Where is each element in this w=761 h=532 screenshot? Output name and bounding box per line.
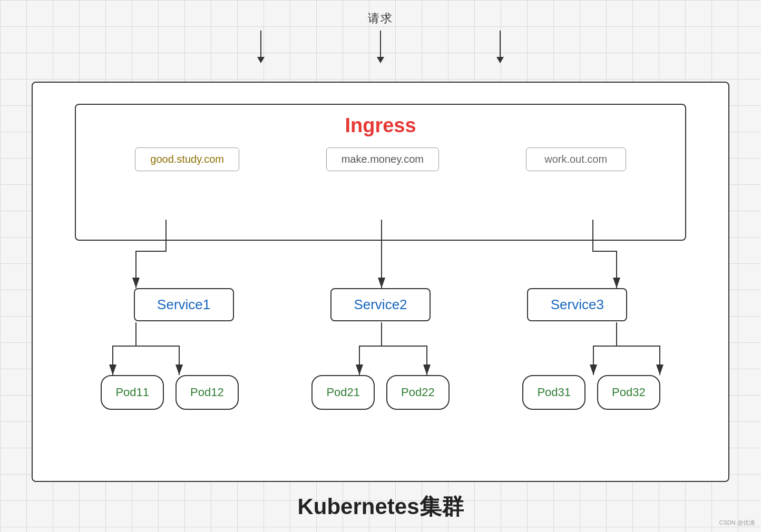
service2-box: Service2 — [330, 288, 431, 321]
request-label: 请求 — [368, 11, 393, 26]
arrow-right — [496, 31, 504, 63]
line-service2-pod21 — [359, 322, 382, 375]
pod31-box: Pod31 — [522, 375, 586, 410]
request-area: 请求 — [196, 0, 565, 63]
ingress-domains: good.study.com make.money.com work.out.c… — [76, 147, 685, 171]
pod-pair-3: Pod31 Pod32 — [522, 375, 660, 410]
arrow-left — [257, 31, 265, 63]
domain-work-out: work.out.com — [526, 147, 626, 171]
kubernetes-cluster-box: Ingress good.study.com make.money.com wo… — [32, 82, 729, 482]
ingress-title: Ingress — [76, 114, 685, 137]
services-row: Service1 Service2 Service3 — [33, 288, 728, 321]
domain-good-study: good.study.com — [135, 147, 239, 171]
pod22-box: Pod22 — [386, 375, 450, 410]
arrow-center — [377, 31, 384, 63]
line-service2-pod22 — [382, 322, 427, 375]
kubernetes-label: Kubernetes集群 — [297, 492, 463, 521]
pod32-box: Pod32 — [597, 375, 660, 410]
watermark: CSDN @优涌 — [719, 519, 755, 527]
pod11-box: Pod11 — [101, 375, 164, 410]
ingress-box: Ingress good.study.com make.money.com wo… — [75, 104, 686, 241]
service3-box: Service3 — [527, 288, 627, 321]
arrows-row — [201, 31, 560, 63]
domain-make-money: make.money.com — [326, 147, 439, 171]
pod-pair-1: Pod11 Pod12 — [101, 375, 238, 410]
line-service3-pod31 — [593, 322, 617, 375]
line-service1-pod11 — [113, 322, 136, 375]
service1-box: Service1 — [134, 288, 234, 321]
pod-pair-2: Pod21 Pod22 — [311, 375, 449, 410]
line-service3-pod32 — [617, 322, 660, 375]
main-content: 请求 Ingress good.study.com make.money.com — [0, 0, 761, 532]
pod21-box: Pod21 — [311, 375, 375, 410]
pod12-box: Pod12 — [175, 375, 239, 410]
line-service1-pod12 — [136, 322, 179, 375]
pods-group: Pod11 Pod12 Pod21 Pod22 Pod31 Pod32 — [33, 375, 728, 410]
